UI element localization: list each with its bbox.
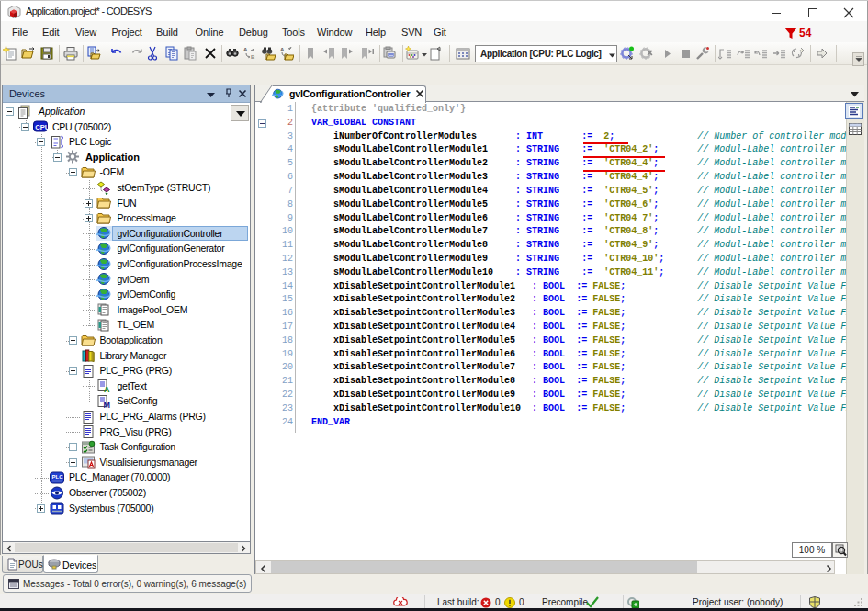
svg-text:PLC: PLC xyxy=(52,474,64,480)
svg-text:B: B xyxy=(251,54,255,60)
svg-text:M: M xyxy=(104,400,111,409)
svg-text:A: A xyxy=(104,385,110,394)
svg-text:CPU: CPU xyxy=(35,123,48,131)
svg-text:A: A xyxy=(280,47,285,52)
svg-text:A: A xyxy=(243,47,248,52)
